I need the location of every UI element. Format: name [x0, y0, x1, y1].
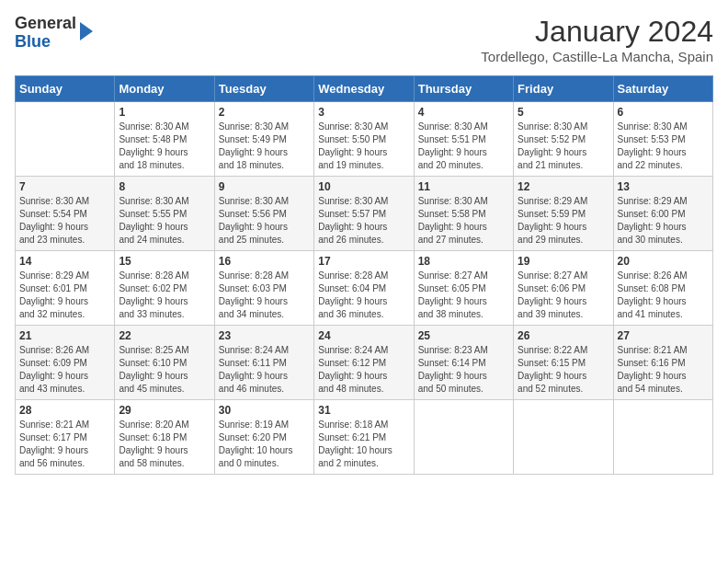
calendar-cell: 8Sunrise: 8:30 AM Sunset: 5:55 PM Daylig…	[115, 177, 214, 251]
day-info: Sunrise: 8:30 AM Sunset: 5:48 PM Dayligh…	[119, 121, 210, 172]
day-number: 14	[19, 255, 110, 268]
day-info: Sunrise: 8:21 AM Sunset: 6:17 PM Dayligh…	[19, 419, 110, 470]
day-number: 27	[618, 329, 709, 342]
location: Tordellego, Castille-La Mancha, Spain	[481, 49, 713, 64]
day-info: Sunrise: 8:30 AM Sunset: 5:53 PM Dayligh…	[618, 121, 709, 172]
calendar-cell	[613, 400, 712, 475]
calendar-cell: 11Sunrise: 8:30 AM Sunset: 5:58 PM Dayli…	[414, 177, 513, 251]
calendar-cell: 5Sunrise: 8:30 AM Sunset: 5:52 PM Daylig…	[514, 102, 613, 177]
day-info: Sunrise: 8:30 AM Sunset: 5:50 PM Dayligh…	[318, 121, 409, 172]
calendar-body: 1Sunrise: 8:30 AM Sunset: 5:48 PM Daylig…	[16, 102, 713, 475]
day-number: 31	[318, 404, 409, 417]
day-number: 19	[518, 255, 609, 268]
day-info: Sunrise: 8:30 AM Sunset: 5:51 PM Dayligh…	[418, 121, 509, 172]
day-number: 24	[318, 329, 409, 342]
calendar-cell	[514, 400, 613, 475]
day-info: Sunrise: 8:24 AM Sunset: 6:11 PM Dayligh…	[219, 344, 310, 396]
calendar-cell: 2Sunrise: 8:30 AM Sunset: 5:49 PM Daylig…	[214, 102, 313, 177]
page-header: General Blue January 2024 Tordellego, Ca…	[15, 15, 713, 64]
day-info: Sunrise: 8:30 AM Sunset: 5:58 PM Dayligh…	[418, 195, 509, 247]
day-number: 25	[418, 329, 509, 342]
day-info: Sunrise: 8:28 AM Sunset: 6:02 PM Dayligh…	[119, 270, 210, 321]
day-info: Sunrise: 8:25 AM Sunset: 6:10 PM Dayligh…	[119, 344, 210, 396]
day-info: Sunrise: 8:21 AM Sunset: 6:16 PM Dayligh…	[618, 344, 709, 396]
calendar-cell: 3Sunrise: 8:30 AM Sunset: 5:50 PM Daylig…	[314, 102, 414, 177]
day-info: Sunrise: 8:29 AM Sunset: 6:01 PM Dayligh…	[19, 270, 110, 321]
day-info: Sunrise: 8:26 AM Sunset: 6:09 PM Dayligh…	[19, 344, 110, 396]
calendar-week-row: 1Sunrise: 8:30 AM Sunset: 5:48 PM Daylig…	[16, 102, 713, 177]
calendar-cell: 1Sunrise: 8:30 AM Sunset: 5:48 PM Daylig…	[115, 102, 214, 177]
day-number: 11	[418, 180, 509, 193]
calendar-cell: 6Sunrise: 8:30 AM Sunset: 5:53 PM Daylig…	[613, 102, 712, 177]
day-info: Sunrise: 8:22 AM Sunset: 6:15 PM Dayligh…	[518, 344, 609, 396]
calendar-cell: 24Sunrise: 8:24 AM Sunset: 6:12 PM Dayli…	[314, 326, 414, 400]
calendar-cell: 17Sunrise: 8:28 AM Sunset: 6:04 PM Dayli…	[314, 251, 414, 326]
day-number: 1	[119, 106, 210, 119]
day-info: Sunrise: 8:23 AM Sunset: 6:14 PM Dayligh…	[418, 344, 509, 396]
calendar-week-row: 14Sunrise: 8:29 AM Sunset: 6:01 PM Dayli…	[16, 251, 713, 326]
calendar-cell: 19Sunrise: 8:27 AM Sunset: 6:06 PM Dayli…	[514, 251, 613, 326]
day-number: 29	[119, 404, 210, 417]
day-info: Sunrise: 8:30 AM Sunset: 5:52 PM Dayligh…	[518, 121, 609, 172]
calendar-cell: 27Sunrise: 8:21 AM Sunset: 6:16 PM Dayli…	[613, 326, 712, 400]
day-number: 7	[19, 180, 110, 193]
calendar-week-row: 28Sunrise: 8:21 AM Sunset: 6:17 PM Dayli…	[16, 400, 713, 475]
header-day: Monday	[115, 76, 214, 102]
day-number: 8	[119, 180, 210, 193]
calendar-cell: 10Sunrise: 8:30 AM Sunset: 5:57 PM Dayli…	[314, 177, 414, 251]
calendar-table: SundayMondayTuesdayWednesdayThursdayFrid…	[15, 75, 713, 475]
calendar-cell: 21Sunrise: 8:26 AM Sunset: 6:09 PM Dayli…	[16, 326, 115, 400]
day-info: Sunrise: 8:24 AM Sunset: 6:12 PM Dayligh…	[318, 344, 409, 396]
calendar-cell: 29Sunrise: 8:20 AM Sunset: 6:18 PM Dayli…	[115, 400, 214, 475]
day-info: Sunrise: 8:30 AM Sunset: 5:54 PM Dayligh…	[19, 195, 110, 247]
day-number: 18	[418, 255, 509, 268]
day-number: 26	[518, 329, 609, 342]
day-info: Sunrise: 8:30 AM Sunset: 5:56 PM Dayligh…	[219, 195, 310, 247]
calendar-header: SundayMondayTuesdayWednesdayThursdayFrid…	[16, 76, 713, 102]
day-number: 23	[219, 329, 310, 342]
logo-arrow-icon	[80, 22, 93, 40]
day-number: 15	[119, 255, 210, 268]
logo-general: General	[15, 15, 76, 33]
day-number: 21	[19, 329, 110, 342]
day-info: Sunrise: 8:30 AM Sunset: 5:49 PM Dayligh…	[219, 121, 310, 172]
day-number: 9	[219, 180, 310, 193]
day-number: 20	[618, 255, 709, 268]
day-number: 22	[119, 329, 210, 342]
calendar-cell: 16Sunrise: 8:28 AM Sunset: 6:03 PM Dayli…	[214, 251, 313, 326]
day-number: 3	[318, 106, 409, 119]
calendar-cell: 13Sunrise: 8:29 AM Sunset: 6:00 PM Dayli…	[613, 177, 712, 251]
title-section: January 2024 Tordellego, Castille-La Man…	[481, 15, 713, 64]
day-number: 30	[219, 404, 310, 417]
calendar-cell	[414, 400, 513, 475]
header-day: Friday	[514, 76, 613, 102]
calendar-week-row: 7Sunrise: 8:30 AM Sunset: 5:54 PM Daylig…	[16, 177, 713, 251]
header-day: Thursday	[414, 76, 513, 102]
calendar-cell: 28Sunrise: 8:21 AM Sunset: 6:17 PM Dayli…	[16, 400, 115, 475]
day-info: Sunrise: 8:27 AM Sunset: 6:05 PM Dayligh…	[418, 270, 509, 321]
calendar-cell: 22Sunrise: 8:25 AM Sunset: 6:10 PM Dayli…	[115, 326, 214, 400]
day-info: Sunrise: 8:28 AM Sunset: 6:03 PM Dayligh…	[219, 270, 310, 321]
day-number: 13	[618, 180, 709, 193]
day-number: 16	[219, 255, 310, 268]
calendar-cell: 26Sunrise: 8:22 AM Sunset: 6:15 PM Dayli…	[514, 326, 613, 400]
day-info: Sunrise: 8:26 AM Sunset: 6:08 PM Dayligh…	[618, 270, 709, 321]
day-number: 4	[418, 106, 509, 119]
day-number: 28	[19, 404, 110, 417]
calendar-week-row: 21Sunrise: 8:26 AM Sunset: 6:09 PM Dayli…	[16, 326, 713, 400]
day-number: 6	[618, 106, 709, 119]
header-day: Tuesday	[214, 76, 313, 102]
day-info: Sunrise: 8:27 AM Sunset: 6:06 PM Dayligh…	[518, 270, 609, 321]
calendar-cell: 12Sunrise: 8:29 AM Sunset: 5:59 PM Dayli…	[514, 177, 613, 251]
day-number: 17	[318, 255, 409, 268]
day-info: Sunrise: 8:29 AM Sunset: 6:00 PM Dayligh…	[618, 195, 709, 247]
logo: General Blue	[15, 15, 93, 52]
header-day: Sunday	[16, 76, 115, 102]
day-info: Sunrise: 8:20 AM Sunset: 6:18 PM Dayligh…	[119, 419, 210, 470]
calendar-cell: 25Sunrise: 8:23 AM Sunset: 6:14 PM Dayli…	[414, 326, 513, 400]
calendar-cell: 31Sunrise: 8:18 AM Sunset: 6:21 PM Dayli…	[314, 400, 414, 475]
logo-text: General Blue	[15, 15, 76, 52]
calendar-cell: 30Sunrise: 8:19 AM Sunset: 6:20 PM Dayli…	[214, 400, 313, 475]
day-info: Sunrise: 8:18 AM Sunset: 6:21 PM Dayligh…	[318, 419, 409, 470]
calendar-cell: 20Sunrise: 8:26 AM Sunset: 6:08 PM Dayli…	[613, 251, 712, 326]
